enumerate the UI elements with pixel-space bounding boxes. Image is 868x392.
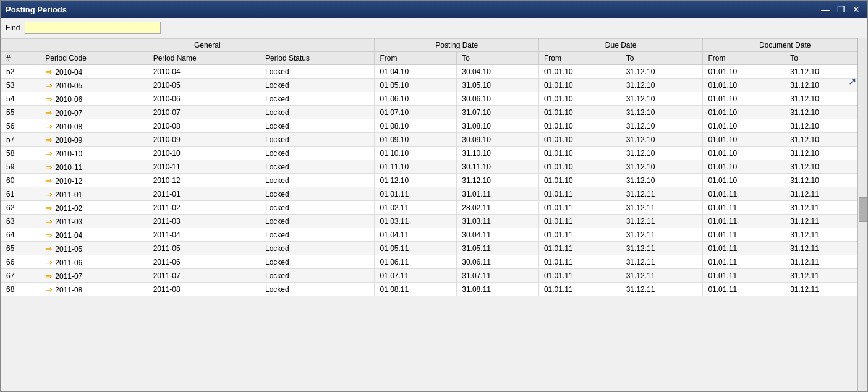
table-row[interactable]: 63⇒2011-032011-03Locked01.03.1131.03.110… <box>1 215 867 228</box>
cell-dd-from: 01.01.10 <box>538 119 621 133</box>
table-row[interactable]: 64⇒2011-042011-04Locked01.04.1130.04.110… <box>1 228 867 242</box>
arrow-icon: ⇒ <box>45 216 53 226</box>
scrollbar[interactable] <box>857 38 867 391</box>
cell-pd-to: 30.11.10 <box>457 160 539 174</box>
general-group-header: General <box>40 39 375 52</box>
cell-num: 53 <box>1 79 40 92</box>
cell-dd-to: 31.12.10 <box>621 106 703 119</box>
arrow-icon: ⇒ <box>45 203 53 213</box>
window-controls: — ❐ ✕ <box>819 5 862 14</box>
cell-period-name: 2010-04 <box>148 65 260 79</box>
cell-period-name: 2011-07 <box>148 269 260 283</box>
table-row[interactable]: 60⇒2010-122010-12Locked01.12.1031.12.100… <box>1 174 867 187</box>
cell-dd-to: 31.12.10 <box>621 133 703 147</box>
cell-dd-to: 31.12.11 <box>621 187 703 201</box>
cell-dd-from: 01.01.10 <box>538 133 621 147</box>
cell-dd-to: 31.12.11 <box>621 269 703 283</box>
cell-period-name: 2011-06 <box>148 255 260 269</box>
cell-num: 65 <box>1 242 40 255</box>
cell-doc-from: 01.01.10 <box>703 65 785 79</box>
cell-period-code: ⇒2010-06 <box>40 92 148 106</box>
cell-period-name: 2010-12 <box>148 174 260 187</box>
scrollbar-thumb[interactable] <box>859 197 867 222</box>
cell-doc-from: 01.01.10 <box>703 174 785 187</box>
cell-doc-from: 01.01.10 <box>703 106 785 119</box>
col-pd-to: To <box>457 52 539 65</box>
table-row[interactable]: 61⇒2011-012011-01Locked01.01.1131.01.110… <box>1 187 867 201</box>
find-input[interactable] <box>25 22 161 34</box>
cell-num: 63 <box>1 215 40 228</box>
cell-pd-to: 31.01.11 <box>457 187 539 201</box>
cell-pd-to: 31.05.10 <box>457 79 539 92</box>
minimize-button[interactable]: — <box>819 5 832 14</box>
document-date-group-header: Document Date <box>703 39 867 52</box>
cell-doc-from: 01.01.11 <box>703 187 785 201</box>
cell-period-status: Locked <box>260 92 375 106</box>
close-button[interactable]: ✕ <box>850 5 862 14</box>
cell-period-name: 2010-05 <box>148 79 260 92</box>
cell-period-status: Locked <box>260 269 375 283</box>
cell-pd-to: 31.07.11 <box>457 269 539 283</box>
cell-period-name: 2011-02 <box>148 201 260 215</box>
col-num: # <box>1 52 40 65</box>
cell-period-status: Locked <box>260 242 375 255</box>
cell-dd-from: 01.01.10 <box>538 174 621 187</box>
cell-period-name: 2011-05 <box>148 242 260 255</box>
arrow-icon: ⇒ <box>45 284 53 294</box>
col-doc-to: To <box>785 52 867 65</box>
cell-dd-to: 31.12.11 <box>621 215 703 228</box>
cell-doc-to: 31.12.10 <box>785 133 867 147</box>
cell-doc-to: 31.12.11 <box>785 269 867 283</box>
cell-doc-from: 01.01.10 <box>703 79 785 92</box>
restore-button[interactable]: ❐ <box>835 5 848 14</box>
table-row[interactable]: 56⇒2010-082010-08Locked01.08.1031.08.100… <box>1 119 867 133</box>
table-row[interactable]: 58⇒2010-102010-10Locked01.10.1031.10.100… <box>1 147 867 160</box>
table-row[interactable]: 65⇒2011-052011-05Locked01.05.1131.05.110… <box>1 242 867 255</box>
arrow-icon: ⇒ <box>45 121 53 131</box>
table-row[interactable]: 52⇒2010-042010-04Locked01.04.1030.04.100… <box>1 65 867 79</box>
cell-doc-to: 31.12.11 <box>785 283 867 296</box>
cell-doc-from: 01.01.10 <box>703 133 785 147</box>
cell-period-name: 2011-03 <box>148 215 260 228</box>
cell-period-code: ⇒2010-11 <box>40 160 148 174</box>
table-row[interactable]: 57⇒2010-092010-09Locked01.09.1030.09.100… <box>1 133 867 147</box>
table-row[interactable]: 62⇒2011-022011-02Locked01.02.1128.02.110… <box>1 201 867 215</box>
find-bar: Find <box>1 18 867 38</box>
table-row[interactable]: 67⇒2011-072011-07Locked01.07.1131.07.110… <box>1 269 867 283</box>
cell-doc-from: 01.01.10 <box>703 119 785 133</box>
cell-period-name: 2011-04 <box>148 228 260 242</box>
arrow-icon: ⇒ <box>45 189 53 199</box>
expand-icon[interactable]: ↗ <box>848 75 856 87</box>
arrow-icon: ⇒ <box>45 135 53 145</box>
col-doc-from: From <box>703 52 785 65</box>
cell-doc-to: 31.12.10 <box>785 92 867 106</box>
cell-dd-to: 31.12.10 <box>621 92 703 106</box>
posting-date-group-header: Posting Date <box>375 39 538 52</box>
cell-period-code: ⇒2010-09 <box>40 133 148 147</box>
cell-num: 56 <box>1 119 40 133</box>
cell-period-status: Locked <box>260 160 375 174</box>
table-row[interactable]: 66⇒2011-062011-06Locked01.06.1130.06.110… <box>1 255 867 269</box>
cell-pd-to: 30.06.10 <box>457 92 539 106</box>
table-row[interactable]: 55⇒2010-072010-07Locked01.07.1031.07.100… <box>1 106 867 119</box>
cell-period-status: Locked <box>260 201 375 215</box>
table-row[interactable]: 54⇒2010-062010-06Locked01.06.1030.06.100… <box>1 92 867 106</box>
arrow-icon: ⇒ <box>45 176 53 185</box>
cell-period-name: 2010-10 <box>148 147 260 160</box>
cell-pd-from: 01.08.11 <box>375 283 457 296</box>
window-title: Posting Periods <box>6 5 67 14</box>
col-dd-from: From <box>538 52 621 65</box>
cell-period-code: ⇒2010-10 <box>40 147 148 160</box>
cell-pd-to: 30.09.10 <box>457 133 539 147</box>
table-row[interactable]: 53⇒2010-052010-05Locked01.05.1031.05.100… <box>1 79 867 92</box>
table-row[interactable]: 68⇒2011-082011-08Locked01.08.1131.08.110… <box>1 283 867 296</box>
cell-doc-to: 31.12.10 <box>785 160 867 174</box>
cell-pd-to: 31.07.10 <box>457 106 539 119</box>
cell-pd-from: 01.05.11 <box>375 242 457 255</box>
cell-period-status: Locked <box>260 65 375 79</box>
table-row[interactable]: 59⇒2010-112010-11Locked01.11.1030.11.100… <box>1 160 867 174</box>
cell-doc-from: 01.01.11 <box>703 283 785 296</box>
col-pd-from: From <box>375 52 457 65</box>
cell-period-status: Locked <box>260 174 375 187</box>
cell-dd-from: 01.01.10 <box>538 79 621 92</box>
